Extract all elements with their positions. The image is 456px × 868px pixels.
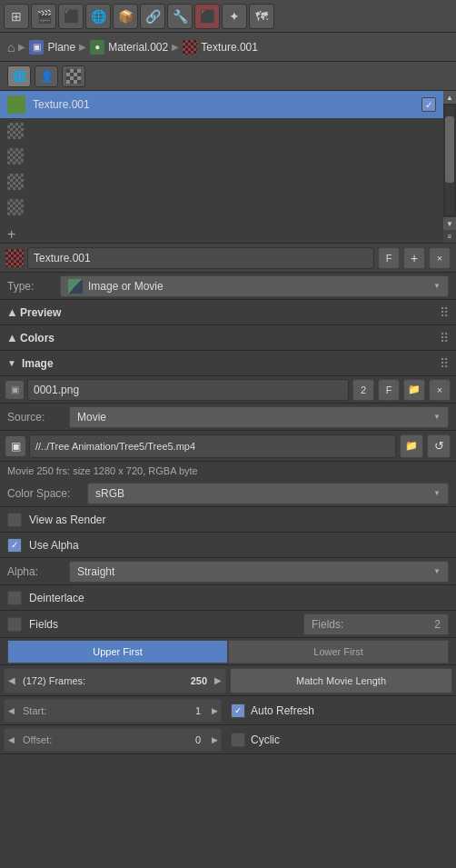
frames-left-arrow[interactable]: ◀ — [5, 669, 19, 693]
start-label: Start: — [17, 705, 195, 716]
section-preview[interactable]: ▶ Preview ⠿ — [0, 300, 456, 325]
breadcrumb-texture[interactable]: Texture.001 — [183, 40, 258, 55]
scroll-expand-btn[interactable]: ≡ — [443, 230, 456, 243]
start-left-arrow[interactable]: ◀ — [5, 700, 17, 722]
cyclic-checkbox[interactable] — [231, 733, 245, 747]
type-select-content: Image or Movie — [68, 279, 433, 294]
plane-icon: ▣ — [29, 40, 44, 55]
toolbar-btn-world[interactable]: 🌐 — [85, 4, 111, 29]
colorspace-label: Color Space: — [7, 487, 80, 500]
deinterlace-label: Deinterlace — [29, 592, 84, 604]
fake-user-button[interactable]: F — [378, 247, 400, 269]
filepath-browse-button[interactable]: 📁 — [400, 434, 423, 458]
source-value: Movie — [77, 411, 106, 424]
f-label-btn[interactable]: F — [378, 379, 400, 401]
fields-select[interactable]: Fields: 2 — [303, 614, 449, 635]
frames-content: (172) Frames: 250 — [19, 675, 211, 686]
image-browse-button[interactable]: 📁 — [403, 379, 425, 401]
fields-checkbox[interactable] — [7, 617, 22, 632]
type-select[interactable]: Image or Movie ▼ — [60, 275, 449, 297]
toolbar-btn-object[interactable]: 📦 — [113, 4, 138, 29]
toolbar-btn-particles[interactable]: ✦ — [222, 4, 247, 29]
view-as-render-checkbox[interactable] — [7, 513, 22, 527]
texture-name-input[interactable] — [27, 247, 374, 269]
add-texture-button[interactable]: + — [7, 224, 436, 243]
use-alpha-label: Use Alpha — [29, 539, 79, 552]
offset-value: 0 — [195, 734, 208, 745]
deinterlace-checkbox[interactable] — [7, 591, 22, 605]
toolbar-btn-grid[interactable]: ⊞ — [4, 4, 29, 29]
image-label: Image — [22, 357, 434, 370]
lower-first-label: Lower First — [313, 646, 362, 657]
lower-first-button[interactable]: Lower First — [228, 640, 449, 663]
sub-toolbar: 🌐 👤 — [0, 62, 456, 91]
toolbar-btn-video[interactable]: 🎬 — [31, 4, 56, 29]
scroll-up-arrow[interactable]: ▲ — [443, 91, 456, 104]
colors-label: Colors — [20, 332, 434, 344]
section-image[interactable]: ▼ Image ⠿ — [0, 351, 456, 376]
alpha-label: Alpha: — [7, 565, 62, 578]
preview-label: Preview — [20, 306, 434, 319]
use-alpha-checkbox[interactable] — [7, 538, 22, 553]
offset-left-arrow[interactable]: ◀ — [5, 729, 17, 751]
texture-slot-1[interactable] — [0, 118, 443, 144]
breadcrumb-plane[interactable]: ▣ Plane — [29, 40, 75, 55]
section-colors[interactable]: ▶ Colors ⠿ — [0, 325, 456, 351]
colorspace-value: sRGB — [95, 487, 124, 500]
texture-list: Texture.001 ✓ + —— — [0, 91, 443, 243]
frames-counter[interactable]: ◀ (172) Frames: 250 ▶ — [4, 668, 226, 693]
start-right-arrow[interactable]: ▶ — [208, 700, 221, 722]
start-counter[interactable]: ◀ Start: 1 ▶ — [4, 699, 222, 723]
texture-item-0[interactable]: Texture.001 ✓ — [0, 91, 443, 118]
scroll-track — [445, 105, 454, 215]
top-toolbar: ⊞ 🎬 ⬛ 🌐 📦 🔗 🔧 ⬛ ✦ 🗺 — [0, 0, 456, 33]
sub-btn-world[interactable]: 🌐 — [7, 65, 31, 87]
image-filename-input[interactable] — [27, 379, 349, 401]
start-value: 1 — [195, 705, 208, 716]
frame-number-field[interactable]: 2 — [352, 379, 374, 401]
toolbar-btn-physics[interactable]: 🗺 — [249, 4, 274, 29]
toolbar-btn-render[interactable]: ⬛ — [58, 4, 84, 29]
fields-row: Fields Fields: 2 — [0, 611, 456, 638]
toolbar-btn-constraint[interactable]: 🔗 — [140, 4, 165, 29]
colorspace-select[interactable]: sRGB ▼ — [87, 483, 449, 504]
breadcrumb-material[interactable]: ● Material.002 — [90, 40, 168, 55]
movie-info: Movie 250 frs: size 1280 x 720, RGBA byt… — [0, 462, 456, 480]
image-file-row: ▣ 2 F 📁 × — [0, 376, 456, 404]
filepath-reload-button[interactable]: ↺ — [427, 434, 451, 458]
breadcrumb: ⌂ ▶ ▣ Plane ▶ ● Material.002 ▶ Texture.0… — [0, 33, 456, 62]
texture-icon — [183, 40, 197, 55]
texture-slot-3[interactable] — [0, 169, 443, 195]
unlink-button[interactable]: × — [429, 247, 451, 269]
upper-first-button[interactable]: Upper First — [7, 640, 228, 663]
frames-right-arrow[interactable]: ▶ — [211, 669, 225, 693]
match-movie-length-button[interactable]: Match Movie Length — [230, 668, 452, 693]
source-select[interactable]: Movie ▼ — [69, 406, 449, 428]
fields-label: Fields — [29, 618, 296, 631]
alpha-select[interactable]: Straight ▼ — [69, 561, 449, 583]
slot-icon-1 — [7, 123, 24, 139]
scroll-bottom-btn[interactable]: ▼ — [443, 217, 456, 230]
offset-counter[interactable]: ◀ Offset: 0 ▶ — [4, 728, 222, 752]
sub-btn-user[interactable]: 👤 — [35, 65, 58, 87]
texture-item-check-0[interactable]: ✓ — [421, 97, 436, 112]
source-chevron-icon: ▼ — [433, 413, 441, 421]
sub-btn-checker[interactable] — [62, 65, 85, 87]
frames-row: ◀ (172) Frames: 250 ▶ Match Movie Length — [0, 665, 456, 696]
filepath-row: ▣ 📁 ↺ — [0, 431, 456, 462]
field-order-row: Upper First Lower First — [0, 638, 456, 665]
upper-first-label: Upper First — [93, 646, 142, 657]
texture-slot-2[interactable] — [0, 144, 443, 169]
alpha-row: Alpha: Straight ▼ — [0, 558, 456, 585]
image-unlink-button[interactable]: × — [429, 379, 451, 401]
add-user-button[interactable]: + — [403, 247, 425, 269]
offset-right-arrow[interactable]: ▶ — [208, 729, 221, 751]
scroll-thumb[interactable] — [445, 116, 454, 183]
auto-refresh-checkbox[interactable] — [231, 703, 245, 718]
filepath-input[interactable] — [29, 434, 396, 458]
source-row: Source: Movie ▼ — [0, 404, 456, 431]
texture-slot-4[interactable] — [0, 195, 443, 220]
toolbar-btn-material[interactable]: ⬛ — [194, 4, 220, 29]
slot-icon-4 — [7, 199, 24, 215]
toolbar-btn-modifier[interactable]: 🔧 — [167, 4, 193, 29]
